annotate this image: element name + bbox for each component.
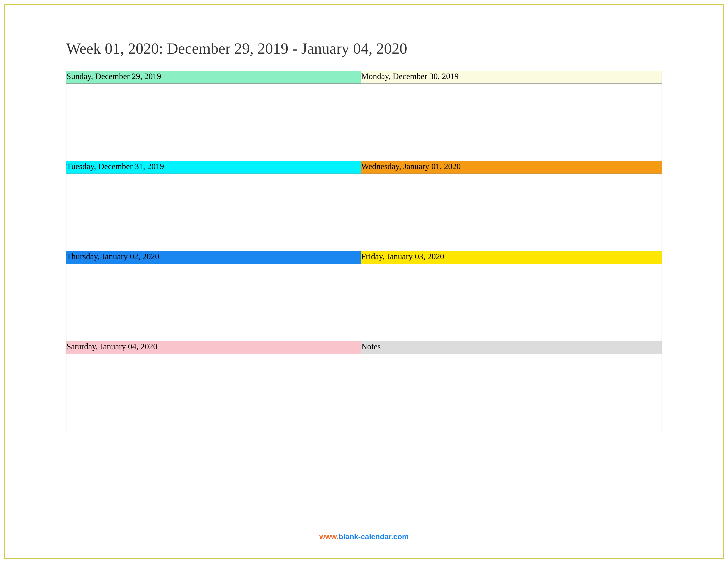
day-header-notes: Notes [361, 341, 662, 354]
page-content: Week 01, 2020: December 29, 2019 - Janua… [66, 40, 662, 431]
footer-link[interactable]: www.blank-calendar.com [0, 532, 728, 541]
footer-domain: blank-calendar.com [339, 532, 409, 541]
day-body-sunday [66, 84, 361, 161]
day-header-thursday: Thursday, January 02, 2020 [66, 251, 361, 264]
day-body-notes [361, 354, 662, 431]
day-body-wednesday [361, 174, 662, 251]
day-header-friday: Friday, January 03, 2020 [361, 251, 662, 264]
weekly-calendar-table: Sunday, December 29, 2019 Monday, Decemb… [66, 71, 662, 431]
day-header-wednesday: Wednesday, January 01, 2020 [361, 161, 662, 174]
day-body-tuesday [66, 174, 361, 251]
day-body-monday [361, 84, 662, 161]
day-body-thursday [66, 264, 361, 341]
day-header-sunday: Sunday, December 29, 2019 [66, 71, 361, 84]
day-body-friday [361, 264, 662, 341]
day-body-saturday [66, 354, 361, 431]
footer-prefix: www. [319, 532, 339, 541]
day-header-monday: Monday, December 30, 2019 [361, 71, 662, 84]
day-header-saturday: Saturday, January 04, 2020 [66, 341, 361, 354]
day-header-tuesday: Tuesday, December 31, 2019 [66, 161, 361, 174]
page-title: Week 01, 2020: December 29, 2019 - Janua… [66, 40, 662, 57]
